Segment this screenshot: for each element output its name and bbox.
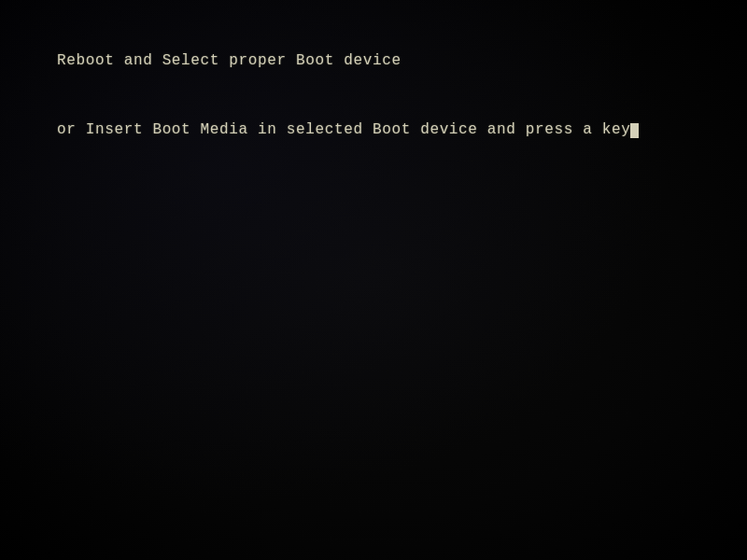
boot-line-1: Reboot and Select proper Boot device [57, 52, 402, 69]
boot-line-2: or Insert Boot Media in selected Boot de… [57, 121, 640, 138]
boot-screen: Reboot and Select proper Boot device or … [0, 0, 747, 560]
text-cursor [630, 123, 639, 138]
boot-error-message: Reboot and Select proper Boot device or … [19, 26, 639, 165]
